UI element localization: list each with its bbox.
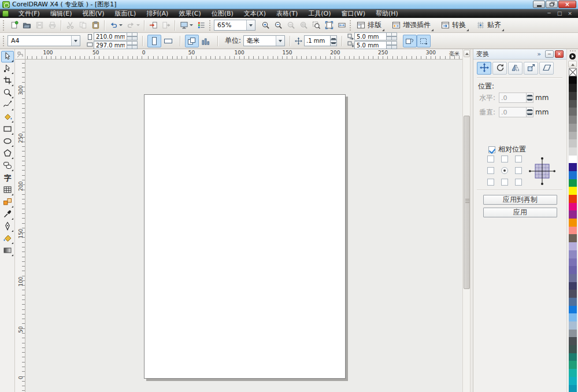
color-swatch[interactable] [569,274,577,282]
units-combo[interactable]: 毫米 [243,35,285,46]
color-swatch[interactable] [569,369,577,377]
color-swatch[interactable] [569,210,577,219]
menu-item-11[interactable]: 帮助(H) [370,9,403,18]
anchor-checkbox-5[interactable] [515,167,522,174]
vertical-ruler[interactable]: 300250200150100500 [15,60,25,392]
anchor-checkbox-7[interactable] [501,179,508,186]
zoom-width-button[interactable] [335,19,348,32]
zoom-level-combo[interactable]: 65% [214,20,255,31]
color-swatch[interactable] [569,385,577,392]
undo-dropdown-arrow[interactable] [119,24,123,28]
anchor-checkbox-2[interactable] [515,156,522,162]
color-swatch[interactable] [569,321,577,330]
toolbar-grip[interactable] [350,20,353,31]
skew-transform-button[interactable] [539,62,554,75]
page[interactable] [144,94,346,379]
blend-tool[interactable] [1,197,14,208]
menu-item-8[interactable]: 表格(T) [271,9,303,18]
palette-flyout-button[interactable] [568,53,577,60]
portrait-button[interactable] [147,35,161,47]
landscape-button[interactable] [161,35,175,47]
toolbar-grip[interactable] [3,36,6,46]
doc-restore-button[interactable]: □ [556,10,563,17]
horizontal-ruler[interactable]: 毫米 10050050100150200250300 [25,49,462,60]
color-swatch[interactable] [569,306,577,314]
menu-item-6[interactable]: 位图(B) [206,9,239,18]
units-dropdown-button[interactable] [276,36,284,46]
snap-to-objects-button[interactable] [417,35,431,47]
plugins-button[interactable]: 增强插件 [390,19,434,32]
color-swatch[interactable] [569,345,577,353]
apply-button[interactable]: 应用 [483,208,557,217]
duplicate-y-spinner[interactable] [387,41,397,49]
doc-close-button[interactable]: × [566,10,573,17]
pick-tool[interactable] [1,51,14,62]
palette-scroll-up-button[interactable] [568,61,577,68]
import-button[interactable] [147,19,160,32]
menu-item-0[interactable]: 文件(F) [13,9,45,18]
anchor-checkbox-0[interactable] [487,156,494,162]
color-swatch[interactable] [569,361,577,369]
color-swatch[interactable] [569,242,577,250]
freehand-tool[interactable] [1,99,14,111]
paper-height-input[interactable] [94,41,127,49]
color-swatch[interactable] [569,195,577,203]
color-swatch[interactable] [569,234,577,242]
zoom-in-button[interactable] [259,19,272,32]
nudge-spinner[interactable] [331,35,337,46]
apply-to-duplicate-button[interactable]: 应用到再制 [483,195,557,205]
rectangle-tool[interactable] [1,124,14,135]
shape-tool[interactable] [1,63,14,75]
docker-close-button[interactable]: × [555,50,564,58]
color-swatch[interactable] [569,76,577,84]
color-swatch[interactable] [569,203,577,211]
anchor-checkbox-1[interactable] [501,156,508,162]
menu-item-10[interactable]: 窗口(W) [336,9,370,18]
interactive-fill-tool[interactable] [1,245,14,257]
relative-position-checkbox[interactable] [488,146,495,153]
color-swatch[interactable] [569,290,577,298]
menu-item-2[interactable]: 视图(V) [77,9,109,18]
drawing-canvas[interactable] [25,60,462,392]
color-swatch[interactable] [569,282,577,290]
zoom-page-button[interactable] [323,19,335,32]
color-swatch[interactable] [569,156,577,164]
color-swatch[interactable] [569,84,577,92]
anchor-center-radio[interactable] [501,167,508,174]
scrollbar-thumb[interactable] [464,116,470,289]
anchor-checkbox-8[interactable] [515,179,522,186]
vertical-input[interactable] [499,107,527,117]
smart-fill-tool[interactable] [1,112,14,123]
basic-shapes-tool[interactable] [1,160,14,172]
duplicate-x-spinner[interactable] [387,32,397,40]
color-swatch[interactable] [569,163,577,171]
color-swatch[interactable] [569,337,577,345]
horizontal-input[interactable] [499,93,527,103]
size-transform-button[interactable] [524,62,538,75]
paper-width-spinner[interactable] [127,32,138,40]
color-swatch[interactable] [569,227,577,235]
treat-as-filled-button[interactable] [403,35,417,47]
menu-item-5[interactable]: 效果(C) [173,9,206,18]
paper-height-spinner[interactable] [127,41,138,49]
menu-item-4[interactable]: 排列(A) [141,9,173,18]
polygon-tool[interactable] [1,148,14,160]
welcome-screen-button[interactable] [195,19,208,32]
fill-tool[interactable] [1,233,14,245]
paper-width-input[interactable] [94,32,127,40]
palette-grip[interactable] [570,50,576,52]
minimize-button[interactable] [533,1,545,8]
paste-button[interactable] [89,19,102,32]
color-swatch[interactable] [569,353,577,361]
crop-tool[interactable] [1,75,14,87]
duplicate-x-input[interactable] [354,32,387,40]
color-swatch[interactable] [569,298,577,306]
snap-button[interactable]: 贴齐 [474,19,505,32]
duplicate-y-input[interactable] [354,41,387,49]
no-color-swatch[interactable] [569,68,577,76]
docker-minimize-button[interactable]: ─ [545,50,554,58]
color-swatch[interactable] [569,116,577,124]
open-button[interactable] [20,19,33,32]
color-swatch[interactable] [569,179,577,187]
paper-preset-dropdown-button[interactable] [71,36,80,46]
